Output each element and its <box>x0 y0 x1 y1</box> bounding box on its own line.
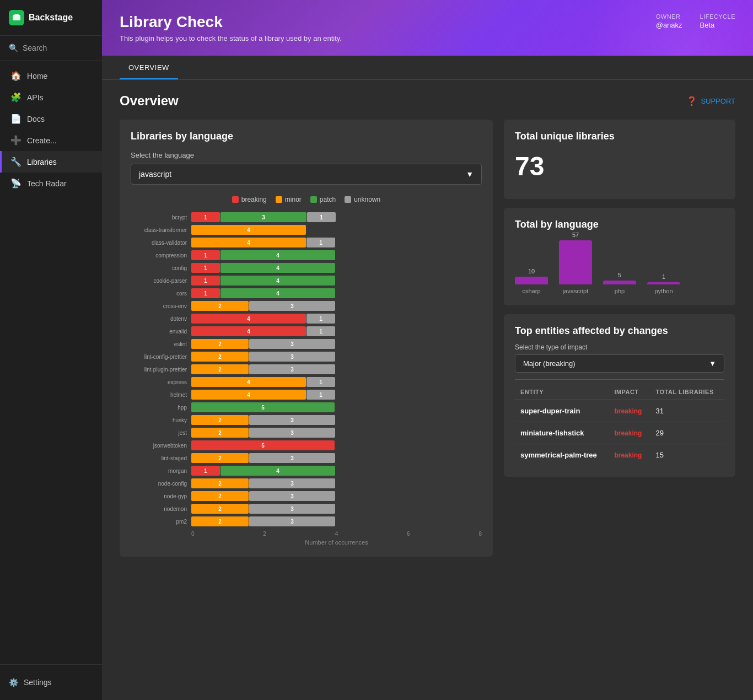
sidebar-item-libraries[interactable]: 🔧 Libraries <box>0 151 102 173</box>
bar-segments: 14 <box>191 250 482 260</box>
right-panel: Total unique libraries 73 Total by langu… <box>504 120 735 557</box>
settings-icon: ⚙️ <box>9 678 18 687</box>
header-title-block: Library Check This plugin helps you to c… <box>120 13 342 42</box>
bar-segment-minor: 4 <box>191 238 306 247</box>
impact-badge: breaking <box>614 429 642 437</box>
total-unique-title: Total unique libraries <box>515 131 724 142</box>
bar-label: jsonwebtoken <box>131 443 191 449</box>
legend-unknown: unknown <box>345 196 380 203</box>
entity-total-libraries: 15 <box>650 444 724 466</box>
bar-segments: 14 <box>191 276 482 286</box>
impact-badge: breaking <box>614 451 642 459</box>
lang-bar-rect <box>603 281 636 284</box>
chevron-down-icon: ▼ <box>466 170 474 179</box>
overview-title: Overview <box>120 93 179 109</box>
bar-segment-minor: 2 <box>191 301 249 311</box>
libraries-by-language-title: Libraries by language <box>131 131 482 142</box>
bar-segment-breaking: 5 <box>191 440 335 450</box>
bar-row: eslint23 <box>131 339 482 349</box>
lang-bar-label: php <box>615 288 625 294</box>
bar-segments: 23 <box>191 352 482 362</box>
sidebar-item-docs[interactable]: 📄 Docs <box>0 108 102 130</box>
bar-segment-patch: 3 <box>220 212 306 222</box>
bar-segment-minor: 2 <box>191 352 249 362</box>
backstage-logo-icon <box>9 10 24 25</box>
legend-minor-label: minor <box>285 196 302 203</box>
apis-icon: 🧩 <box>10 92 21 103</box>
bar-segments: 41 <box>191 314 482 324</box>
bar-row: compression14 <box>131 250 482 260</box>
entity-name: symmetrical-palm-tree <box>515 444 609 466</box>
bar-segments: 14 <box>191 288 482 298</box>
impact-select[interactable]: Major (breaking) ▼ <box>515 354 724 373</box>
bar-label: helmet <box>131 392 191 398</box>
owner-label: Owner <box>656 13 682 20</box>
bar-segment-minor: 2 <box>191 516 249 526</box>
lang-bar-wrap: 5php <box>603 272 636 294</box>
page-title: Library Check <box>120 13 342 31</box>
table-row: super-duper-trainbreaking31 <box>515 400 724 422</box>
bar-row: dotenv41 <box>131 314 482 324</box>
lang-bar-value: 5 <box>618 272 621 278</box>
sidebar-item-tech-radar[interactable]: 📡 Tech Radar <box>0 173 102 194</box>
bar-segment-minor: 4 <box>191 390 306 400</box>
bar-row: hpp5 <box>131 402 482 412</box>
sidebar-item-docs-label: Docs <box>27 115 45 123</box>
search-item[interactable]: 🔍 Search <box>0 36 102 61</box>
table-divider <box>515 379 724 380</box>
bar-segments: 23 <box>191 301 482 311</box>
x-axis-label: 8 <box>478 531 482 537</box>
sidebar: Backstage 🔍 Search 🏠 Home 🧩 APIs 📄 Docs … <box>0 0 102 700</box>
bar-chart: bcrypt131class-transformer4class-validat… <box>131 212 482 526</box>
header-banner: Library Check This plugin helps you to c… <box>102 0 753 56</box>
bar-segments: 41 <box>191 377 482 387</box>
bar-segment-unknown: 3 <box>249 516 335 526</box>
bar-label: node-config <box>131 481 191 487</box>
bar-segments: 14 <box>191 263 482 273</box>
entity-impact: breaking <box>609 444 650 466</box>
support-link[interactable]: ❓ SUPPORT <box>686 96 735 106</box>
sidebar-item-apis[interactable]: 🧩 APIs <box>0 87 102 108</box>
lang-bar-rect <box>559 240 592 284</box>
bar-label: pm2 <box>131 519 191 525</box>
bar-row: cross-env23 <box>131 301 482 311</box>
bar-segments: 41 <box>191 326 482 336</box>
bar-segment-minor: 2 <box>191 453 249 463</box>
impact-badge: breaking <box>614 407 642 415</box>
bar-segment-minor: 2 <box>191 364 249 374</box>
entity-impact: breaking <box>609 400 650 422</box>
bar-row: node-config23 <box>131 478 482 488</box>
top-entities-title: Top entities affected by changes <box>515 325 724 337</box>
libraries-icon: 🔧 <box>10 157 21 167</box>
lang-bar-rect <box>647 282 680 284</box>
settings-label: Settings <box>24 678 52 687</box>
sidebar-item-home[interactable]: 🏠 Home <box>0 65 102 87</box>
sidebar-item-settings[interactable]: ⚙️ Settings <box>9 674 93 691</box>
docs-icon: 📄 <box>10 114 21 124</box>
owner-value: @anakz <box>656 21 682 29</box>
tab-bar: OVERVIEW <box>102 56 753 80</box>
language-select[interactable]: javascript ▼ <box>131 164 482 185</box>
bar-segment-unknown: 3 <box>249 491 335 501</box>
bar-segment-unknown: 3 <box>249 352 335 362</box>
bar-row: pm223 <box>131 516 482 526</box>
content-header: Overview ❓ SUPPORT <box>120 93 735 109</box>
main-content: Library Check This plugin helps you to c… <box>102 0 753 700</box>
bar-row: express41 <box>131 377 482 387</box>
x-axis-label: 4 <box>335 531 338 537</box>
bar-segments: 23 <box>191 364 482 374</box>
sidebar-item-create[interactable]: ➕ Create... <box>0 130 102 151</box>
bar-segments: 23 <box>191 478 482 488</box>
table-row: symmetrical-palm-treebreaking15 <box>515 444 724 466</box>
legend-breaking-label: breaking <box>241 196 267 203</box>
legend-minor-dot <box>276 196 282 203</box>
lang-bar-label: javascript <box>563 288 588 294</box>
bar-label: eslint <box>131 341 191 347</box>
tab-overview[interactable]: OVERVIEW <box>120 56 178 79</box>
bar-segment-unknown: 3 <box>249 428 335 438</box>
bar-segments: 5 <box>191 402 482 412</box>
legend-minor: minor <box>276 196 302 203</box>
bar-segments: 5 <box>191 440 482 450</box>
bar-segment-minor: 2 <box>191 415 249 425</box>
bar-segment-breaking: 1 <box>191 250 220 260</box>
